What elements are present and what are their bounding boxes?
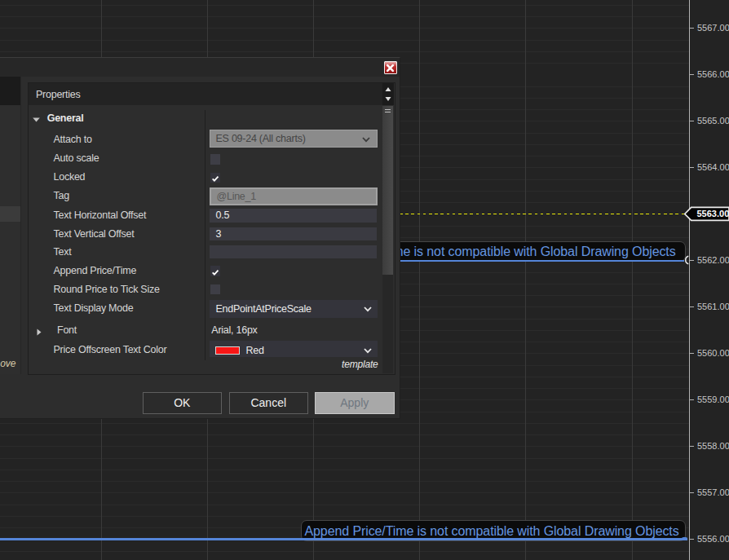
svg-text:5563.00: 5563.00 [697,209,729,218]
